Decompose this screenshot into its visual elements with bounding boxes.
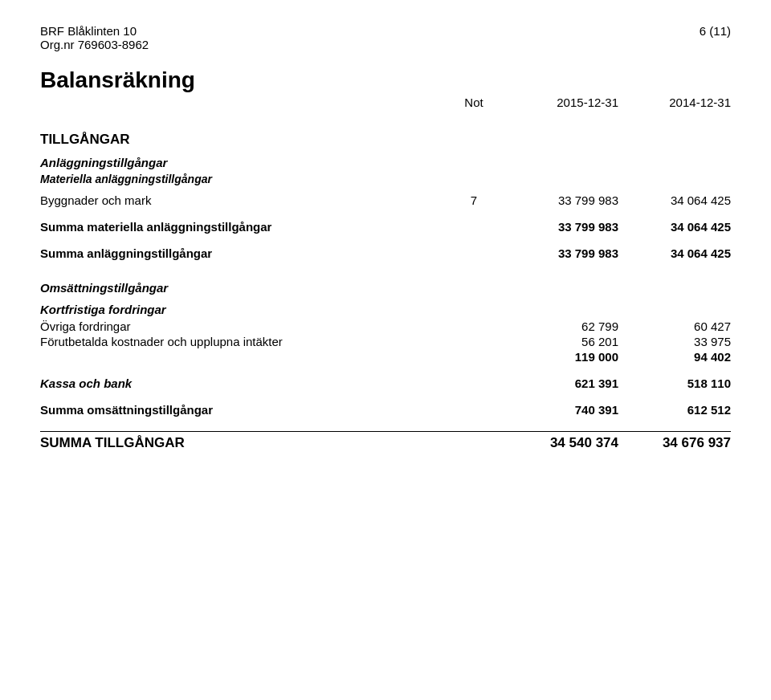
divider <box>40 431 731 432</box>
col-header-not: Not <box>442 96 506 109</box>
page-title: Balansräkning <box>40 67 195 93</box>
summa-omsattning-2014: 612 512 <box>618 403 731 417</box>
kortfristiga-sum-2015: 119 000 <box>506 350 618 364</box>
summa-tillgangar-label: SUMMA TILLGÅNGAR <box>40 435 442 451</box>
kassa-label: Kassa och bank <box>40 376 442 390</box>
byggnader-not: 7 <box>442 193 506 207</box>
kassa-2014: 518 110 <box>618 376 731 390</box>
org-nr: Org.nr 769603-8962 <box>40 38 149 51</box>
byggnader-row: Byggnader och mark 7 33 799 983 34 064 4… <box>40 193 731 207</box>
anlagg-heading: Anläggningstillgångar <box>40 156 731 169</box>
materiella-heading: Materiella anläggningstillgångar <box>40 173 731 185</box>
forutbetalda-row: Förutbetalda kostnader och upplupna intä… <box>40 335 731 348</box>
summa-omsattning-row: Summa omsättningstillgångar 740 391 612 … <box>40 403 731 417</box>
forutbetalda-2014: 33 975 <box>618 335 731 348</box>
kortfristiga-sum-row: 119 000 94 402 <box>40 350 731 364</box>
kassa-row: Kassa och bank 621 391 518 110 <box>40 376 731 390</box>
ovriga-label: Övriga fordringar <box>40 319 442 333</box>
summa-anlagg-2015: 33 799 983 <box>506 246 618 260</box>
ovriga-2015: 62 799 <box>506 319 618 333</box>
ovriga-row: Övriga fordringar 62 799 60 427 <box>40 319 731 333</box>
summa-tillgangar-2014: 34 676 937 <box>618 435 731 451</box>
kassa-2015: 621 391 <box>506 376 618 390</box>
summa-materiella-2014: 34 064 425 <box>618 220 731 234</box>
col-header-2014: 2014-12-31 <box>618 96 731 109</box>
byggnader-2015: 33 799 983 <box>506 193 618 207</box>
kortfristiga-heading: Kortfristiga fordringar <box>40 303 731 316</box>
org-name: BRF Blåklinten 10 <box>40 24 149 38</box>
tillgangar-heading: TILLGÅNGAR <box>40 132 731 148</box>
summa-omsattning-label: Summa omsättningstillgångar <box>40 403 442 417</box>
kortfristiga-sum-2014: 94 402 <box>618 350 731 364</box>
col-header-2015: 2015-12-31 <box>506 96 618 109</box>
header-top: BRF Blåklinten 10 Org.nr 769603-8962 6 (… <box>40 24 731 51</box>
byggnader-2014: 34 064 425 <box>618 193 731 207</box>
summa-tillgangar-row: SUMMA TILLGÅNGAR 34 540 374 34 676 937 <box>40 435 731 451</box>
forutbetalda-label: Förutbetalda kostnader och upplupna intä… <box>40 335 442 348</box>
omsattning-heading: Omsättningstillgångar <box>40 281 731 295</box>
forutbetalda-2015: 56 201 <box>506 335 618 348</box>
summa-anlagg-label: Summa anläggningstillgångar <box>40 246 442 260</box>
org-info: BRF Blåklinten 10 Org.nr 769603-8962 <box>40 24 149 51</box>
summa-tillgangar-2015: 34 540 374 <box>506 435 618 451</box>
page-number: 6 (11) <box>700 24 731 51</box>
ovriga-2014: 60 427 <box>618 319 731 333</box>
summa-materiella-2015: 33 799 983 <box>506 220 618 234</box>
summa-anlagg-2014: 34 064 425 <box>618 246 731 260</box>
summa-materiella-label: Summa materiella anläggningstillgångar <box>40 220 442 234</box>
summa-materiella-row: Summa materiella anläggningstillgångar 3… <box>40 220 731 234</box>
byggnader-label: Byggnader och mark <box>40 193 442 207</box>
summa-anlagg-row: Summa anläggningstillgångar 33 799 983 3… <box>40 246 731 260</box>
summa-omsattning-2015: 740 391 <box>506 403 618 417</box>
